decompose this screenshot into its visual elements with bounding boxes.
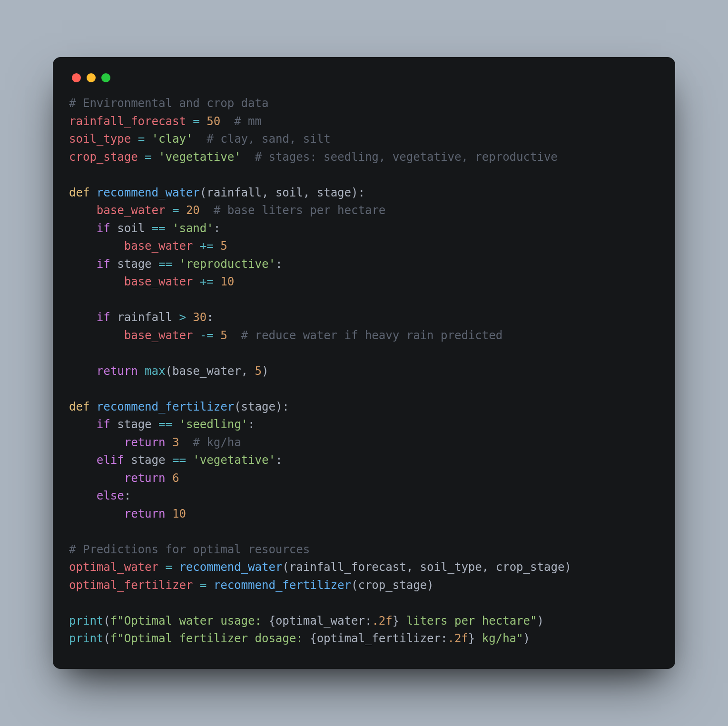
colon: : <box>207 311 213 324</box>
arg: soil_type <box>420 560 482 574</box>
fstring-expr: {optimal_water <box>268 614 364 628</box>
variable: soil_type <box>69 132 131 146</box>
keyword-if: if <box>97 418 110 431</box>
keyword-def: def <box>69 186 89 199</box>
comment: # reduce water if heavy rain predicted <box>241 329 503 342</box>
op: == <box>145 222 172 235</box>
brace: } <box>393 614 399 628</box>
param: stage <box>241 400 275 413</box>
paren: ) <box>275 400 282 413</box>
keyword-return: return <box>124 436 166 449</box>
colon: : <box>124 489 131 502</box>
brace: } <box>468 632 475 645</box>
keyword-def: def <box>69 400 89 413</box>
keyword-if: if <box>97 257 110 271</box>
variable: base_water <box>97 204 166 217</box>
number: 5 <box>220 329 227 342</box>
comment: # base liters per hectare <box>214 204 386 217</box>
comment: # clay, sand, silt <box>207 132 330 146</box>
string: 'vegetative' <box>193 453 275 467</box>
comma: , <box>262 186 275 199</box>
number: 6 <box>172 471 179 485</box>
op: = <box>186 115 207 128</box>
op: == <box>166 453 193 467</box>
paren: ( <box>351 579 358 592</box>
paren: ) <box>351 186 358 199</box>
paren: ( <box>103 632 110 645</box>
colon: : <box>282 400 289 413</box>
format-spec: .2f <box>447 632 468 645</box>
comma: , <box>406 560 420 574</box>
paren: ( <box>166 364 172 378</box>
colon: : <box>358 186 364 199</box>
op: > <box>172 311 193 324</box>
string: 'clay' <box>152 132 193 146</box>
number: 50 <box>207 115 220 128</box>
keyword-return: return <box>124 471 166 485</box>
function-name: recommend_fertilizer <box>97 400 234 413</box>
keyword-return: return <box>124 507 166 520</box>
string: 'seedling' <box>179 418 248 431</box>
number: 30 <box>193 311 207 324</box>
number: 5 <box>255 364 262 378</box>
comma: , <box>482 560 496 574</box>
op: += <box>193 239 220 253</box>
colon: : <box>248 418 255 431</box>
fstring: f"Optimal water usage: <box>110 614 269 628</box>
paren: ) <box>564 560 571 574</box>
op: = <box>165 204 186 217</box>
function-name: recommend_water <box>97 186 200 199</box>
variable: base_water <box>124 239 193 253</box>
code-editor[interactable]: # Environmental and crop data rainfall_f… <box>69 95 659 648</box>
comma: , <box>303 186 317 199</box>
comment: # mm <box>234 115 262 128</box>
comment: # Environmental and crop data <box>69 97 268 110</box>
variable: base_water <box>124 329 193 342</box>
op: == <box>152 257 179 271</box>
arg: crop_stage <box>358 579 427 592</box>
variable: base_water <box>124 275 193 288</box>
number: 10 <box>172 507 186 520</box>
number: 5 <box>220 239 227 253</box>
code-window: # Environmental and crop data rainfall_f… <box>53 57 675 669</box>
keyword-else: else <box>97 489 124 502</box>
variable: rainfall_forecast <box>69 115 186 128</box>
paren: ( <box>234 400 241 413</box>
paren: ) <box>262 364 268 378</box>
colon: : <box>275 257 282 271</box>
function-call: recommend_fertilizer <box>214 579 351 592</box>
paren: ) <box>427 579 433 592</box>
string: 'sand' <box>172 222 214 235</box>
op: = <box>131 132 151 146</box>
variable: soil <box>117 222 145 235</box>
builtin-print: print <box>69 632 103 645</box>
minimize-icon[interactable] <box>87 73 96 82</box>
comment: # stages: seedling, vegetative, reproduc… <box>255 150 558 164</box>
zoom-icon[interactable] <box>101 73 110 82</box>
op: = <box>158 560 179 574</box>
comment: # Predictions for optimal resources <box>69 543 310 556</box>
fstring: liters per hectare" <box>399 614 537 628</box>
function-call: recommend_water <box>179 560 282 574</box>
number: 3 <box>172 436 179 449</box>
close-icon[interactable] <box>72 73 81 82</box>
colon: : <box>214 222 220 235</box>
arg: crop_stage <box>496 560 565 574</box>
variable: crop_stage <box>69 150 138 164</box>
variable: optimal_water <box>69 560 158 574</box>
op: = <box>193 579 213 592</box>
op: == <box>152 418 179 431</box>
arg: rainfall_forecast <box>289 560 406 574</box>
string: 'reproductive' <box>179 257 275 271</box>
variable: optimal_fertilizer <box>69 579 193 592</box>
stage: # Environmental and crop data rainfall_f… <box>0 0 728 726</box>
variable: base_water <box>172 364 241 378</box>
variable: stage <box>117 257 151 271</box>
window-controls <box>69 73 659 82</box>
variable: stage <box>117 418 151 431</box>
keyword-return: return <box>97 364 138 378</box>
comma: , <box>241 364 255 378</box>
keyword-if: if <box>97 222 110 235</box>
colon: : <box>365 614 372 628</box>
number: 20 <box>186 204 200 217</box>
